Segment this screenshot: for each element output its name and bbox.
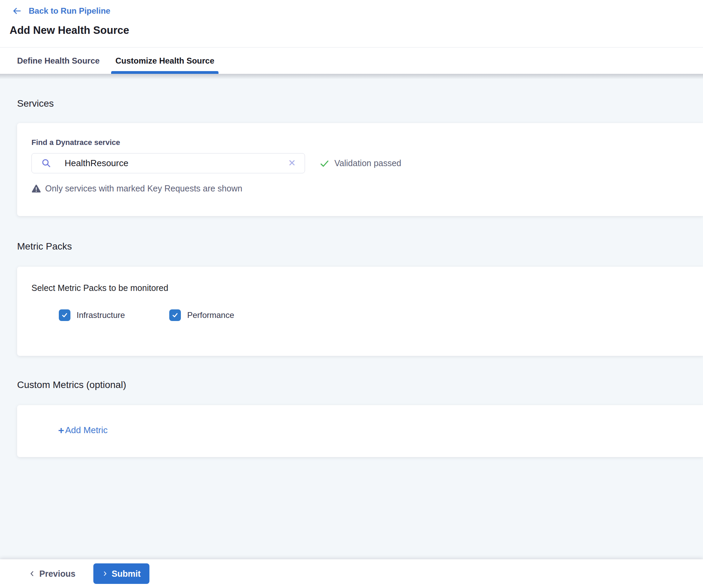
metric-packs-card: Select Metric Packs to be monitored Infr… — [17, 267, 703, 356]
checkbox-infrastructure[interactable]: Infrastructure — [59, 309, 125, 321]
previous-label: Previous — [39, 569, 76, 579]
back-arrow-icon — [12, 6, 22, 15]
checkmark-icon — [61, 312, 68, 319]
checkbox-checked-icon[interactable] — [169, 309, 181, 321]
search-icon — [41, 158, 52, 169]
select-metric-packs-label: Select Metric Packs to be monitored — [31, 283, 689, 293]
chevron-left-icon — [29, 570, 35, 577]
check-icon — [319, 158, 330, 169]
service-search-value[interactable] — [64, 158, 287, 169]
submit-button[interactable]: Submit — [93, 563, 150, 584]
services-card: Find a Dynatrace service ✕ Validation pa… — [17, 123, 703, 216]
warning-icon — [31, 184, 41, 193]
validation-status: Validation passed — [319, 158, 401, 169]
plus-icon: + — [58, 426, 64, 435]
previous-button[interactable]: Previous — [29, 569, 76, 579]
checkmark-icon — [172, 312, 178, 319]
back-link-label: Back to Run Pipeline — [29, 6, 110, 16]
clear-icon[interactable]: ✕ — [287, 158, 297, 169]
tab-define-health-source[interactable]: Define Health Source — [13, 48, 104, 74]
service-search-input[interactable]: ✕ — [31, 153, 305, 173]
footer-bar: Previous Submit — [0, 559, 703, 588]
checkbox-performance[interactable]: Performance — [169, 309, 234, 321]
page-header: Back to Run Pipeline Add New Health Sour… — [0, 0, 703, 48]
checkbox-label-infrastructure: Infrastructure — [77, 310, 125, 320]
custom-metrics-heading: Custom Metrics (optional) — [17, 379, 703, 391]
checkbox-checked-icon[interactable] — [59, 309, 70, 321]
validation-text: Validation passed — [334, 158, 401, 168]
tab-bar: Define Health Source Customize Health So… — [0, 48, 703, 74]
main-content: Services Find a Dynatrace service ✕ Vali… — [0, 74, 703, 559]
submit-label: Submit — [112, 569, 141, 579]
custom-metrics-card: + Add Metric — [17, 405, 703, 457]
tab-customize-health-source[interactable]: Customize Health Source — [111, 48, 218, 74]
chevron-right-icon — [102, 570, 108, 577]
metric-packs-heading: Metric Packs — [17, 241, 703, 252]
checkbox-label-performance: Performance — [187, 310, 234, 320]
add-metric-button[interactable]: + Add Metric — [58, 425, 108, 436]
services-heading: Services — [17, 98, 703, 109]
back-link[interactable]: Back to Run Pipeline — [10, 5, 112, 17]
page-title: Add New Health Source — [10, 24, 703, 37]
find-service-label: Find a Dynatrace service — [31, 138, 689, 147]
add-metric-label: Add Metric — [65, 425, 108, 436]
services-warning: Only services with marked Key Requests a… — [31, 184, 689, 193]
warning-text: Only services with marked Key Requests a… — [45, 184, 242, 193]
